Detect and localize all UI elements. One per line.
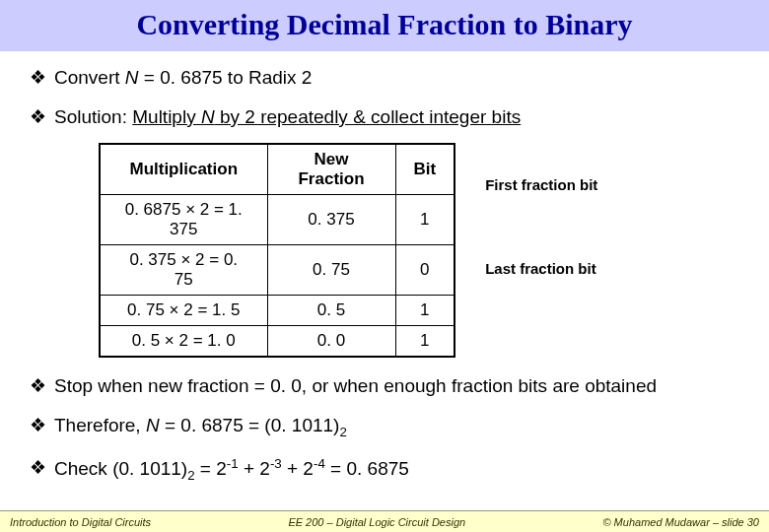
text: = 0. 6875 to Radix 2 [139,67,313,88]
text: + 2 [282,458,314,479]
cell-bit: 1 [395,195,454,245]
text: Multiply [132,106,201,127]
superscript: -4 [314,456,325,471]
bullet-1: ❖ Convert N = 0. 6875 to Radix 2 [30,65,739,91]
bullet-2-text: Solution: Multiply N by 2 repeatedly & c… [54,104,521,130]
table-row: 0. 75 × 2 = 1. 5 0. 5 1 [100,296,454,326]
superscript: -3 [270,456,282,471]
text: Convert [54,67,125,88]
col-header-frac: New Fraction [267,144,395,195]
underlined: Multiply N by 2 repeatedly & collect int… [132,106,521,127]
bullet-5: ❖ Check (0. 1011)2 = 2-1 + 2-3 + 2-4 = 0… [30,455,739,485]
diamond-icon: ❖ [30,413,46,438]
col-header-mult: Multiplication [100,144,267,195]
bullet-5-text: Check (0. 1011)2 = 2-1 + 2-3 + 2-4 = 0. … [54,455,409,485]
table-row: 0. 375 × 2 = 0. 75 0. 75 0 [100,245,454,296]
footer-center: EE 200 – Digital Logic Circuit Design [288,516,465,528]
cell-frac: 0. 75 [267,245,395,296]
cell-frac: 0. 0 [267,326,395,358]
diamond-icon: ❖ [30,104,46,130]
bullet-2: ❖ Solution: Multiply N by 2 repeatedly &… [30,104,739,130]
col-header-bit: Bit [395,144,454,195]
bullet-3: ❖ Stop when new fraction = 0. 0, or when… [30,373,739,399]
table-header-row: Multiplication New Fraction Bit [100,144,454,195]
footer: Introduction to Digital Circuits EE 200 … [0,510,769,532]
text: Solution: [54,106,132,127]
subscript: 2 [339,425,346,439]
bullet-3-text: Stop when new fraction = 0. 0, or when e… [54,373,657,399]
diamond-icon: ❖ [30,455,46,481]
subscript: 2 [187,468,194,483]
annotation-last: Last fraction bit [485,260,597,277]
cell-frac: 0. 375 [267,195,395,245]
bullet-4: ❖ Therefore, N = 0. 6875 = (0. 1011)2 [30,413,739,441]
table-annotations: First fraction bit Last fraction bit [485,143,597,277]
table-row: 0. 5 × 2 = 1. 0 0. 0 1 [100,326,454,358]
footer-right: © Muhamed Mudawar – slide 30 [602,516,759,528]
diamond-icon: ❖ [30,65,46,91]
cell-mult: 0. 6875 × 2 = 1. 375 [100,195,267,245]
cell-mult: 0. 5 × 2 = 1. 0 [100,326,267,358]
table-row: 0. 6875 × 2 = 1. 375 0. 375 1 [100,195,454,245]
cell-bit: 1 [395,296,454,326]
cell-mult: 0. 75 × 2 = 1. 5 [100,296,267,326]
diamond-icon: ❖ [30,373,46,399]
footer-left: Introduction to Digital Circuits [10,516,151,528]
conversion-table: Multiplication New Fraction Bit 0. 6875 … [99,143,455,358]
text: Therefore, [54,415,146,435]
text-var: N [146,415,160,435]
title-bar: Converting Decimal Fraction to Binary [0,0,769,51]
text: + 2 [239,458,270,479]
bullet-1-text: Convert N = 0. 6875 to Radix 2 [54,65,312,91]
table-wrap: Multiplication New Fraction Bit 0. 6875 … [99,143,739,358]
text: = 2 [195,458,227,479]
bullet-4-text: Therefore, N = 0. 6875 = (0. 1011)2 [54,413,347,441]
text-var: N [201,106,215,127]
cell-mult: 0. 375 × 2 = 0. 75 [100,245,267,296]
cell-bit: 0 [395,245,454,296]
text: = 0. 6875 [325,458,409,479]
text: = 0. 6875 = (0. 1011) [160,415,340,435]
text: Check (0. 1011) [54,458,187,479]
superscript: -1 [227,456,239,471]
page-title: Converting Decimal Fraction to Binary [0,8,769,41]
text-var: N [125,67,139,88]
cell-bit: 1 [395,326,454,358]
annotation-first: First fraction bit [485,176,597,193]
cell-frac: 0. 5 [267,296,395,326]
text: by 2 repeatedly & collect integer bits [215,106,522,127]
content-area: ❖ Convert N = 0. 6875 to Radix 2 ❖ Solut… [0,51,769,485]
